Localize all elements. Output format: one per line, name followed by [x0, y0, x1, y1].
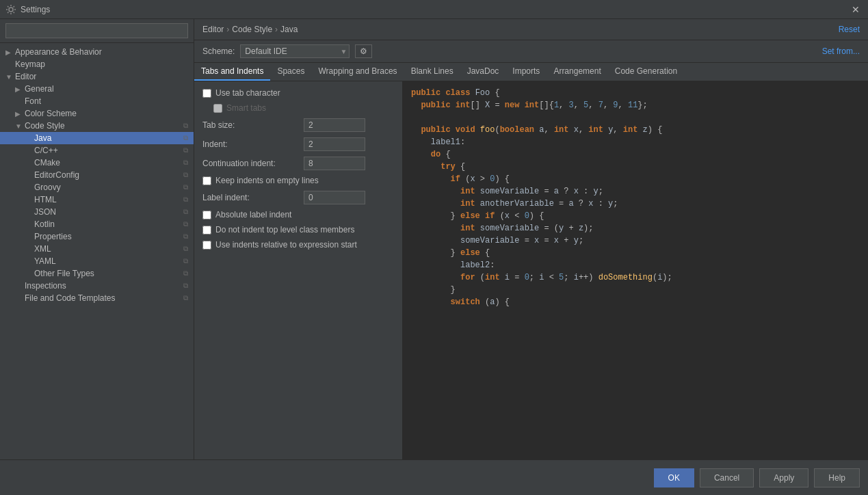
sidebar-item-html[interactable]: HTML⧉ [0, 193, 194, 206]
sidebar-item-label: Font [25, 96, 41, 106]
scheme-select[interactable]: Default IDE [240, 44, 350, 58]
title-bar: Settings ✕ [0, 0, 868, 19]
right-panel: Editor › Code Style › Java Reset Scheme:… [194, 19, 868, 459]
reset-link[interactable]: Reset [839, 25, 860, 34]
code-line: public void foo(boolean a, int x, int y,… [411, 124, 860, 136]
copy-icon: ⧉ [183, 232, 188, 241]
tab-spaces[interactable]: Spaces [270, 63, 311, 81]
code-line: do { [411, 148, 860, 161]
code-line: public int[] X = new int[]{1, 3, 5, 7, 9… [411, 99, 860, 111]
do-not-indent-label: Do not indent top level class members [215, 225, 354, 235]
sidebar-item-properties[interactable]: Properties⧉ [0, 230, 194, 243]
copy-icon: ⧉ [183, 122, 188, 130]
continuation-indent-row: Continuation indent: [202, 157, 394, 170]
absolute-label-indent-checkbox[interactable] [202, 211, 211, 219]
code-line: switch (a) { [411, 296, 860, 308]
sidebar-item-cpp[interactable]: C/C++⧉ [0, 144, 194, 157]
scheme-label: Scheme: [202, 46, 235, 56]
use-tab-checkbox[interactable] [202, 89, 211, 98]
cancel-button[interactable]: Cancel [700, 468, 754, 487]
tab-blank-lines[interactable]: Blank Lines [404, 63, 460, 81]
ok-button[interactable]: OK [654, 468, 694, 487]
tab-arrangement[interactable]: Arrangement [547, 63, 607, 81]
help-button[interactable]: Help [814, 468, 860, 487]
tree-arrow-icon: ▶ [15, 85, 25, 93]
indent-input[interactable] [304, 137, 365, 151]
sidebar-item-font[interactable]: Font [0, 95, 194, 107]
sidebar-item-groovy[interactable]: Groovy⧉ [0, 181, 194, 193]
continuation-indent-input[interactable] [304, 157, 365, 170]
sidebar-item-kotlin[interactable]: Kotlin⧉ [0, 218, 194, 230]
copy-icon: ⧉ [183, 171, 188, 179]
scheme-select-wrapper: Default IDE ▼ [240, 44, 350, 58]
sidebar-item-label: YAML [34, 256, 56, 266]
scheme-left: Scheme: Default IDE ▼ ⚙ [202, 44, 372, 58]
sidebar-item-json[interactable]: JSON⧉ [0, 206, 194, 218]
tab-size-input[interactable] [304, 118, 365, 132]
code-line: int anotherVariable = a ? x : y; [411, 198, 860, 210]
use-indents-relative-label: Use indents relative to expression start [215, 240, 357, 250]
tree-arrow-icon: ▼ [15, 122, 25, 130]
sidebar-item-yaml[interactable]: YAML⧉ [0, 255, 194, 267]
sidebar-item-label: Other File Types [34, 269, 94, 278]
sidebar-item-other-file-types[interactable]: Other File Types⧉ [0, 267, 194, 280]
absolute-label-indent-row: Absolute label indent [202, 210, 394, 219]
copy-icon: ⧉ [183, 294, 188, 302]
copy-icon: ⧉ [183, 245, 188, 253]
label-indent-row: Label indent: [202, 191, 394, 204]
code-line: } else if (x < 0) { [411, 210, 860, 222]
sidebar-item-java[interactable]: Java⧉ [0, 132, 194, 144]
sidebar-item-code-style[interactable]: ▼Code Style⧉ [0, 120, 194, 132]
sidebar-item-label: Properties [34, 232, 72, 241]
copy-icon: ⧉ [183, 146, 188, 155]
label-indent-label: Label indent: [202, 193, 298, 202]
tab-javadoc[interactable]: JavaDoc [460, 63, 506, 81]
code-line: if (x > 0) { [411, 173, 860, 185]
code-line: int someVariable = a ? x : y; [411, 185, 860, 198]
tab-imports[interactable]: Imports [505, 63, 547, 81]
tab-wrapping-braces[interactable]: Wrapping and Braces [311, 63, 404, 81]
sidebar-item-editor[interactable]: ▼Editor [0, 70, 194, 83]
sidebar-item-label: Groovy [34, 183, 61, 192]
code-line [411, 111, 860, 124]
sidebar-item-editorconfig[interactable]: EditorConfig⧉ [0, 169, 194, 181]
do-not-indent-checkbox[interactable] [202, 226, 211, 235]
code-line: label1: [411, 136, 860, 148]
copy-icon: ⧉ [183, 134, 188, 142]
sidebar-item-label: CMake [34, 158, 60, 168]
smart-tabs-checkbox[interactable] [213, 104, 222, 113]
breadcrumb-bar: Editor › Code Style › Java Reset [194, 19, 868, 40]
tab-code-generation[interactable]: Code Generation [608, 63, 684, 81]
breadcrumb-editor: Editor [202, 25, 224, 34]
smart-tabs-row: Smart tabs [213, 103, 394, 113]
close-button[interactable]: ✕ [849, 3, 863, 16]
sidebar-item-label: Kotlin [34, 219, 55, 229]
sidebar-item-file-and-code-templates[interactable]: File and Code Templates⧉ [0, 292, 194, 304]
sidebar-item-general[interactable]: ▶General [0, 83, 194, 95]
keep-indents-row: Keep indents on empty lines [202, 176, 394, 185]
copy-icon: ⧉ [183, 183, 188, 191]
apply-button[interactable]: Apply [759, 468, 808, 487]
sidebar-item-xml[interactable]: XML⧉ [0, 243, 194, 255]
use-tab-character-row: Use tab character [202, 88, 394, 98]
copy-icon: ⧉ [183, 257, 188, 265]
sidebar-item-label: General [25, 84, 54, 94]
sidebar-item-keymap[interactable]: Keymap [0, 58, 194, 70]
tab-tabs-indents[interactable]: Tabs and Indents [194, 63, 270, 81]
keep-indents-checkbox[interactable] [202, 176, 211, 185]
breadcrumb-sep2: › [275, 25, 278, 34]
sidebar-item-color-scheme[interactable]: ▶Color Scheme [0, 107, 194, 120]
sidebar-item-appearance-behavior[interactable]: ▶Appearance & Behavior [0, 46, 194, 58]
sidebar-item-inspections[interactable]: Inspections⧉ [0, 280, 194, 292]
code-preview: public class Foo { public int[] X = new … [403, 81, 868, 459]
keep-indents-label: Keep indents on empty lines [215, 176, 319, 185]
search-input[interactable] [5, 23, 188, 38]
copy-icon: ⧉ [183, 208, 188, 216]
sidebar-item-cmake[interactable]: CMake⧉ [0, 157, 194, 169]
code-line: someVariable = x = x + y; [411, 235, 860, 247]
use-indents-relative-checkbox[interactable] [202, 241, 211, 250]
copy-icon: ⧉ [183, 159, 188, 167]
set-from-link[interactable]: Set from... [822, 46, 860, 56]
scheme-gear-button[interactable]: ⚙ [355, 44, 372, 58]
label-indent-input[interactable] [304, 191, 365, 204]
